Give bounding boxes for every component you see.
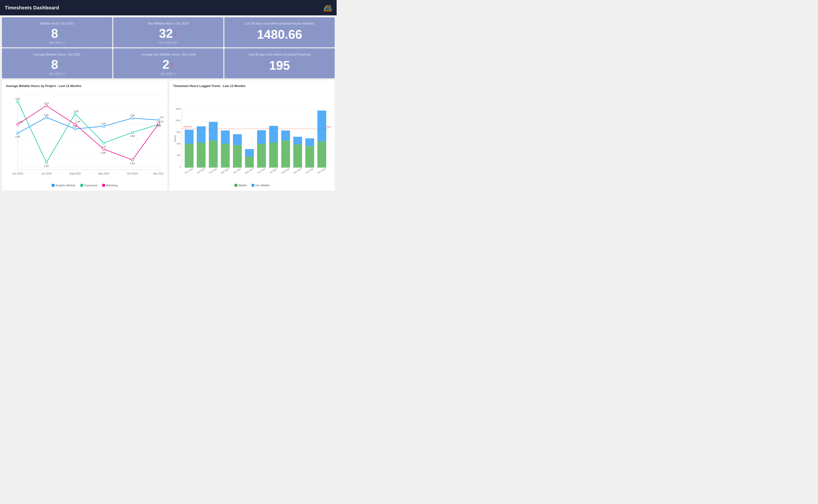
svg-text:Nov 2019: Nov 2019 bbox=[317, 168, 326, 174]
kpi-avg-nb-sub: Nov 2019: 3 bbox=[118, 72, 219, 75]
svg-text:1200: 1200 bbox=[175, 119, 180, 122]
svg-text:Jun 2019: Jun 2019 bbox=[257, 168, 265, 174]
svg-rect-70 bbox=[185, 144, 193, 168]
legend-marketing-label: Marketing bbox=[106, 184, 118, 187]
svg-text:1000.00: 1000.00 bbox=[183, 125, 192, 128]
line-chart-title: Average Billable Hours by Project - Last… bbox=[6, 84, 163, 88]
brand-icon bbox=[323, 3, 332, 12]
svg-text:Target: Target bbox=[326, 125, 331, 128]
svg-text:Apr 2019: Apr 2019 bbox=[233, 168, 241, 174]
line-chart-area: Jun 2019 Jul 2019 Aug 2019 Sep 2019 Oct … bbox=[6, 91, 163, 182]
svg-rect-71 bbox=[185, 130, 193, 144]
bar-chart-title: Timesheet Hours Logged Trend - Last 12 M… bbox=[173, 84, 331, 88]
kpi-max-billed-user: Last 90 days max billed user(David Flash… bbox=[224, 48, 335, 78]
svg-text:Jul 2019: Jul 2019 bbox=[269, 168, 277, 174]
svg-point-17 bbox=[17, 132, 19, 134]
kpi-avg-billable: Average Billable Hours : Oct 2021 8 ↑ Ma… bbox=[2, 48, 112, 78]
kpi-non-billable-label: Non Billable Hours: Dec 2019 bbox=[118, 22, 219, 25]
kpi-project-label: Last 90 days most billed project(Analyti… bbox=[229, 22, 330, 25]
svg-rect-92 bbox=[317, 141, 326, 168]
svg-rect-82 bbox=[257, 144, 266, 168]
line-chart-card: Average Billable Hours by Project - Last… bbox=[2, 80, 167, 191]
svg-point-43 bbox=[74, 123, 76, 125]
svg-text:2.83: 2.83 bbox=[15, 135, 20, 138]
svg-text:Oct 2019: Oct 2019 bbox=[127, 172, 138, 175]
svg-rect-83 bbox=[257, 130, 266, 144]
svg-rect-77 bbox=[221, 131, 230, 144]
svg-rect-75 bbox=[209, 122, 218, 140]
page-title: Timesheets Dashboard bbox=[5, 5, 59, 11]
legend-billable: Billable bbox=[234, 184, 247, 187]
legend-framework-color bbox=[80, 184, 83, 187]
svg-rect-86 bbox=[281, 140, 290, 168]
legend-analytics: Analytics Module bbox=[52, 184, 75, 187]
svg-point-42 bbox=[45, 105, 48, 107]
bar-chart-area: 0 300 600 900 1200 1500 Hours bbox=[173, 91, 331, 182]
svg-rect-74 bbox=[209, 140, 218, 168]
svg-point-29 bbox=[17, 100, 19, 103]
kpi-avg-billable-value: 8 bbox=[51, 58, 58, 71]
kpi-billable-value: 8 bbox=[51, 27, 58, 40]
svg-point-19 bbox=[74, 128, 76, 130]
svg-text:Jun 2019: Jun 2019 bbox=[12, 172, 23, 175]
svg-text:1500: 1500 bbox=[175, 107, 180, 110]
svg-point-32 bbox=[103, 142, 105, 144]
svg-rect-80 bbox=[245, 157, 254, 168]
svg-text:3.19: 3.19 bbox=[15, 97, 20, 100]
svg-text:3.14: 3.14 bbox=[44, 102, 49, 104]
svg-rect-93 bbox=[317, 111, 326, 141]
svg-rect-88 bbox=[293, 144, 302, 168]
svg-text:2.91: 2.91 bbox=[101, 122, 106, 125]
svg-text:Mar 2019: Mar 2019 bbox=[220, 168, 229, 174]
svg-point-44 bbox=[103, 148, 105, 150]
svg-rect-73 bbox=[197, 126, 205, 143]
svg-text:2.93: 2.93 bbox=[76, 120, 81, 123]
svg-text:3.00: 3.00 bbox=[130, 114, 135, 117]
svg-text:900: 900 bbox=[177, 131, 181, 133]
svg-point-41 bbox=[17, 123, 19, 125]
svg-text:Jul 2019: Jul 2019 bbox=[41, 172, 51, 175]
svg-text:2.72: 2.72 bbox=[101, 145, 106, 148]
svg-text:Dec-2018: Dec-2018 bbox=[184, 168, 193, 174]
header: Timesheets Dashboard bbox=[0, 0, 336, 15]
svg-point-18 bbox=[45, 116, 48, 119]
svg-rect-72 bbox=[197, 143, 205, 168]
svg-rect-81 bbox=[245, 149, 254, 157]
svg-text:Hours: Hours bbox=[174, 135, 176, 142]
svg-rect-78 bbox=[233, 145, 242, 168]
svg-text:2.93: 2.93 bbox=[18, 120, 23, 123]
svg-text:Sep 2019: Sep 2019 bbox=[293, 168, 302, 174]
svg-point-33 bbox=[131, 131, 134, 134]
legend-non-billable-color bbox=[251, 184, 254, 187]
kpi-billable-hours: Billable Hours: Oct 2021 8 ↑ Mar 2021: 2 bbox=[2, 17, 112, 47]
kpi-non-billable-sub: Nov 2019: 557 bbox=[118, 41, 219, 44]
svg-text:Sep 2019: Sep 2019 bbox=[98, 172, 109, 175]
legend-framework: Framework bbox=[80, 184, 97, 187]
bar-chart-legend: Billable Non Billable bbox=[173, 184, 331, 187]
svg-text:Nov 2019: Nov 2019 bbox=[153, 172, 163, 175]
svg-point-21 bbox=[131, 117, 134, 119]
bar-chart-card: Timesheet Hours Logged Trend - Last 12 M… bbox=[169, 80, 335, 191]
svg-text:Aug 2019: Aug 2019 bbox=[281, 168, 290, 174]
legend-billable-label: Billable bbox=[238, 184, 247, 187]
kpi-billable-label: Billable Hours: Oct 2021 bbox=[7, 22, 107, 25]
svg-text:3.05: 3.05 bbox=[74, 110, 79, 112]
line-chart-legend: Analytics Module Framework Marketing bbox=[6, 184, 163, 187]
kpi-avg-billable-label: Average Billable Hours : Oct 2021 bbox=[7, 53, 107, 56]
svg-rect-91 bbox=[305, 138, 314, 146]
svg-point-20 bbox=[103, 125, 105, 127]
kpi-avg-nb-label: Average Non Billable Hours : Dec 2019 bbox=[118, 53, 219, 56]
svg-rect-89 bbox=[293, 137, 302, 144]
svg-text:Feb 2019: Feb 2019 bbox=[208, 168, 217, 174]
kpi-non-billable-hours: Non Billable Hours: Dec 2019 32 ↓ Nov 20… bbox=[113, 17, 224, 47]
kpi-user-label: Last 90 days max billed user(David Flash… bbox=[229, 53, 330, 56]
trend-up-icon-2: ↑ bbox=[59, 61, 63, 68]
svg-rect-87 bbox=[281, 131, 290, 140]
legend-non-billable: Non Billable bbox=[251, 184, 269, 187]
line-chart-svg: Jun 2019 Jul 2019 Aug 2019 Sep 2019 Oct … bbox=[6, 91, 163, 182]
svg-text:3.01: 3.01 bbox=[44, 113, 49, 116]
svg-point-30 bbox=[45, 161, 48, 164]
svg-text:2.65: 2.65 bbox=[101, 151, 106, 154]
svg-text:600: 600 bbox=[177, 142, 181, 145]
kpi-user-value: 195 bbox=[269, 58, 290, 73]
